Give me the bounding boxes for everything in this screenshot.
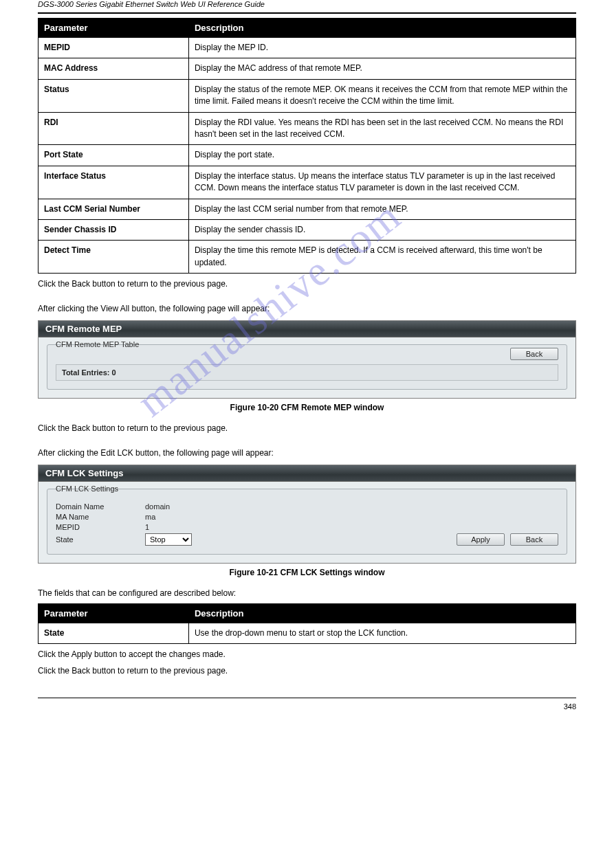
state-select[interactable]: Stop (145, 533, 192, 546)
fieldset-legend: CFM Remote MEP Table (53, 340, 142, 348)
header-left: DGS-3000 Series Gigabit Ethernet Switch … (38, 0, 265, 8)
mepid-label: MEPID (56, 523, 145, 531)
cfm-lck-settings-panel: CFM LCK Settings CFM LCK Settings Domain… (38, 465, 576, 564)
total-entries: Total Entries: 0 (56, 364, 558, 381)
table-row: Last CCM Serial NumberDisplay the last C… (39, 199, 576, 219)
table-row: Port StateDisplay the port state. (39, 145, 576, 166)
back-button[interactable]: Back (510, 533, 558, 546)
fieldset-legend: CFM LCK Settings (53, 485, 121, 493)
apply-button[interactable]: Apply (457, 533, 505, 546)
panel-title: CFM Remote MEP (39, 321, 575, 337)
table-row: MEPIDDisplay the MEP ID. (39, 38, 576, 58)
table-row: StatusDisplay the status of the remote M… (39, 79, 576, 112)
domain-name-value: domain (145, 502, 170, 511)
text-view-all: After clicking the View All button, the … (38, 302, 576, 315)
parameter-table-1: Parameter Description MEPIDDisplay the M… (38, 18, 576, 274)
figure-caption-2: Figure 10-21 CFM LCK Settings window (38, 568, 576, 577)
mepid-value: 1 (145, 523, 149, 531)
text-back-3: Click the Back button to return to the p… (38, 665, 576, 677)
ma-name-value: ma (145, 513, 155, 521)
table-row: Detect TimeDisplay the time this remote … (39, 241, 576, 274)
col-description: Description (188, 604, 575, 623)
ma-name-label: MA Name (56, 513, 145, 521)
col-parameter: Parameter (39, 604, 189, 623)
figure-caption-1: Figure 10-20 CFM Remote MEP window (38, 403, 576, 412)
domain-name-label: Domain Name (56, 502, 145, 511)
state-label: State (56, 535, 145, 544)
table-row: StateUse the drop-down menu to start or … (39, 623, 576, 644)
col-parameter: Parameter (39, 19, 189, 38)
back-button[interactable]: Back (510, 348, 558, 360)
table-row: MAC AddressDisplay the MAC address of th… (39, 58, 576, 79)
parameter-table-2: Parameter Description StateUse the drop-… (38, 603, 576, 644)
text-fields-described: The fields that can be configured are de… (38, 587, 576, 599)
panel-title: CFM LCK Settings (39, 465, 575, 482)
col-description: Description (188, 19, 575, 38)
table-row: RDIDisplay the RDI value. Yes means the … (39, 112, 576, 145)
text-back-2: Click the Back button to return to the p… (38, 422, 576, 434)
text-edit-lck: After clicking the Edit LCK button, the … (38, 447, 576, 459)
page-number: 348 (0, 702, 614, 711)
table-row: Interface StatusDisplay the interface st… (39, 166, 576, 199)
text-back-1: Click the Back button to return to the p… (38, 278, 576, 290)
text-apply: Click the Apply button to accept the cha… (38, 648, 576, 660)
cfm-remote-mep-panel: CFM Remote MEP CFM Remote MEP Table Back… (38, 320, 576, 399)
table-row: Sender Chassis IDDisplay the sender chas… (39, 219, 576, 240)
